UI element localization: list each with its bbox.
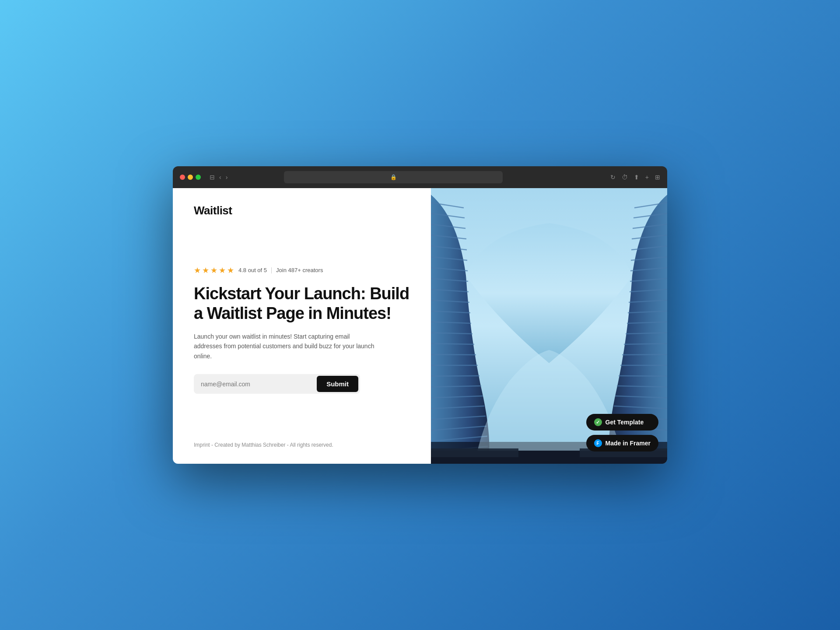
content-area: ★ ★ ★ ★ ★ 4.8 out of 5 Join 487+ creator… <box>194 217 410 442</box>
get-template-label: Get Template <box>606 419 644 426</box>
rating-row: ★ ★ ★ ★ ★ 4.8 out of 5 Join 487+ creator… <box>194 266 410 275</box>
check-circle-icon: ✓ <box>594 418 602 426</box>
page-content: Waitlist ★ ★ ★ ★ ★ 4.8 out of 5 Join 487… <box>173 188 667 464</box>
overlay-buttons: ✓ Get Template F Made in Framer <box>586 414 658 452</box>
svg-line-18 <box>431 376 480 376</box>
traffic-light-red[interactable] <box>180 175 185 180</box>
address-bar[interactable]: 🔒 <box>284 171 503 183</box>
back-button[interactable]: ‹ <box>219 174 221 181</box>
email-input[interactable] <box>201 381 317 388</box>
new-tab-icon[interactable]: + <box>645 174 649 181</box>
traffic-lights <box>180 175 201 180</box>
left-panel: Waitlist ★ ★ ★ ★ ★ 4.8 out of 5 Join 487… <box>173 188 431 464</box>
browser-chrome: ⊟ ‹ › 🔒 ↻ ⏱ ⬆ + ⊞ <box>173 166 667 188</box>
browser-controls: ⊟ ‹ › <box>210 174 228 181</box>
svg-rect-52 <box>431 448 518 457</box>
creators-text: Join 487+ creators <box>276 267 323 273</box>
site-title: Waitlist <box>194 204 410 217</box>
star-3: ★ <box>210 266 217 275</box>
right-panel: ✓ Get Template F Made in Framer <box>431 188 667 464</box>
footer-text: Imprint - Created by Matthias Schreiber … <box>194 442 410 448</box>
star-1: ★ <box>194 266 201 275</box>
lock-icon: 🔒 <box>390 174 397 180</box>
svg-line-42 <box>619 376 667 376</box>
browser-right-icons: ↻ ⏱ ⬆ + ⊞ <box>610 174 660 181</box>
rating-score: 4.8 out of 5 <box>238 267 267 273</box>
submit-button[interactable]: Submit <box>317 376 358 392</box>
framer-icon: F <box>594 439 602 447</box>
share-icon[interactable]: ⬆ <box>634 174 639 181</box>
get-template-button[interactable]: ✓ Get Template <box>586 414 658 430</box>
sidebar-toggle-icon[interactable]: ⊟ <box>210 174 215 181</box>
browser-window: ⊟ ‹ › 🔒 ↻ ⏱ ⬆ + ⊞ Waitlist ★ ★ ★ <box>173 166 667 464</box>
email-form: Submit <box>194 374 360 394</box>
star-5: ★ <box>227 266 234 275</box>
svg-line-40 <box>622 354 667 355</box>
star-4: ★ <box>219 266 226 275</box>
made-in-framer-label: Made in Framer <box>606 440 651 447</box>
tabs-icon[interactable]: ⊞ <box>655 174 660 181</box>
traffic-light-green[interactable] <box>196 175 201 180</box>
star-rating: ★ ★ ★ ★ ★ <box>194 266 234 275</box>
traffic-light-yellow[interactable] <box>188 175 193 180</box>
timer-icon[interactable]: ⏱ <box>622 174 628 181</box>
sub-text: Launch your own waitlist in minutes! Sta… <box>194 332 378 361</box>
forward-button[interactable]: › <box>226 174 228 181</box>
svg-line-16 <box>431 354 476 355</box>
star-2: ★ <box>202 266 209 275</box>
rating-divider <box>271 267 272 273</box>
reload-icon[interactable]: ↻ <box>610 174 616 181</box>
made-in-framer-button[interactable]: F Made in Framer <box>586 435 658 452</box>
main-heading: Kickstart Your Launch: Build a Waitlist … <box>194 284 410 324</box>
